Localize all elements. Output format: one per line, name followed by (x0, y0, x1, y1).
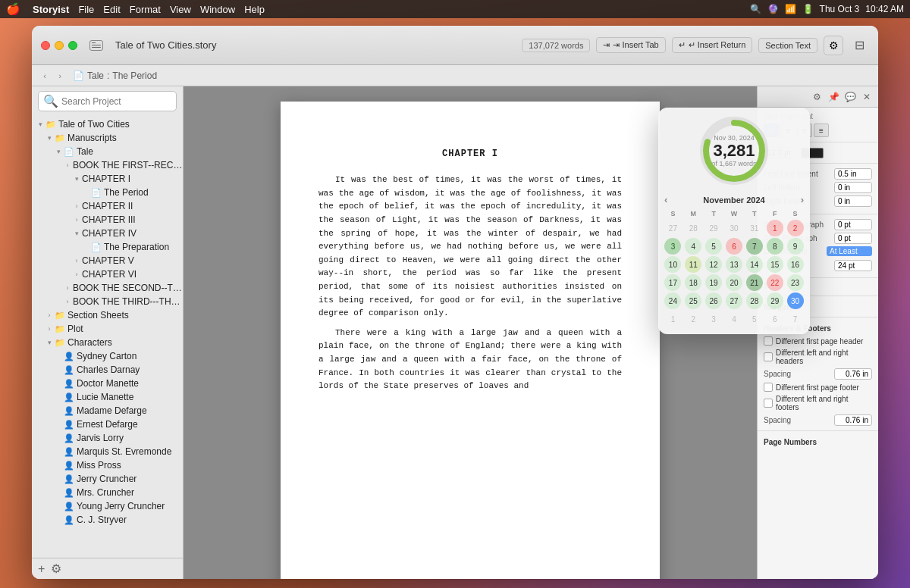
tree-item-ernest-defarge[interactable]: 👤Ernest Defarge (32, 418, 183, 431)
cal-day-cell[interactable]: 8 (767, 238, 783, 255)
diff-lr-footers-checkbox[interactable] (764, 399, 773, 408)
insert-return-button[interactable]: ↵ ↵ Insert Return (672, 37, 753, 53)
cal-next-button[interactable]: › (801, 194, 804, 205)
tree-item-the-preparation[interactable]: 📄The Preparation (32, 240, 183, 254)
cal-day-cell[interactable]: 1 (767, 220, 783, 236)
align-justify-button[interactable]: ≡ (814, 124, 829, 137)
cal-day-cell[interactable]: 22 (767, 274, 783, 291)
tree-item-the-period[interactable]: 📄The Period (32, 186, 183, 199)
cal-day-cell[interactable]: 5 (705, 238, 722, 255)
edit-menu[interactable]: Edit (103, 4, 120, 15)
cal-day-cell[interactable]: 24 (664, 292, 681, 309)
cal-day-cell[interactable]: 30 (726, 220, 742, 236)
first-line-indent-value[interactable]: 0.5 in (834, 168, 872, 180)
cal-day-cell[interactable]: 11 (685, 256, 701, 273)
diff-lr-headers-checkbox[interactable] (764, 352, 773, 361)
tree-item-book-third[interactable]: BOOK THE THIRD---THE TRAC... (32, 295, 183, 308)
format-menu[interactable]: Format (130, 4, 161, 15)
window-menu[interactable]: Window (200, 4, 235, 15)
tree-item-book-second[interactable]: BOOK THE SECOND--THE GOL... (32, 281, 183, 295)
before-paragraph-value[interactable]: 0 pt (834, 219, 872, 230)
cal-day-cell[interactable]: 18 (685, 274, 701, 291)
breadcrumb-section1[interactable]: Tale (87, 70, 104, 81)
cal-day-cell[interactable]: 9 (787, 238, 804, 255)
tree-item-section-sheets[interactable]: 📁Section Sheets (32, 308, 183, 322)
cal-day-cell[interactable]: 4 (726, 311, 742, 327)
tree-item-tale[interactable]: 📄Tale (32, 145, 183, 158)
cal-day-cell[interactable]: 23 (787, 274, 804, 291)
tree-item-miss-pross[interactable]: 👤Miss Pross (32, 458, 183, 472)
diff-first-page-footer-checkbox[interactable] (764, 383, 773, 392)
nav-forward-button[interactable]: › (53, 69, 67, 83)
line-spacing-pt-value[interactable]: 24 pt (834, 260, 872, 271)
add-item-button[interactable]: + (38, 562, 45, 576)
tree-item-characters[interactable]: 📁Characters (32, 336, 183, 349)
tree-item-chapter-1[interactable]: CHAPTER I (32, 172, 183, 186)
cal-day-cell[interactable]: 12 (705, 256, 722, 273)
tree-item-chapter-2[interactable]: CHAPTER II (32, 199, 183, 213)
cal-day-cell[interactable]: 27 (726, 292, 742, 309)
breadcrumb-section2[interactable]: The Period (112, 70, 157, 81)
layout-toggle-button[interactable]: ⊟ (849, 36, 869, 55)
tree-item-jerry-cruncher[interactable]: 👤Jerry Cruncher (32, 472, 183, 486)
cal-day-cell[interactable]: 3 (705, 311, 722, 327)
tree-item-chapter-6[interactable]: CHAPTER VI (32, 267, 183, 281)
cal-day-cell[interactable]: 27 (664, 220, 681, 236)
tree-item-charles-darnay[interactable]: 👤Charles Darnay (32, 363, 183, 377)
tree-item-plot[interactable]: 📁Plot (32, 322, 183, 336)
left-indent-value[interactable]: 0 in (834, 182, 872, 193)
diff-first-page-header-checkbox[interactable] (764, 336, 773, 346)
cal-day-cell[interactable]: 17 (664, 274, 681, 291)
panel-close-icon[interactable]: ✕ (860, 90, 874, 104)
cal-day-cell[interactable]: 26 (705, 292, 722, 309)
section-text-button[interactable]: Section Text (758, 38, 817, 53)
cal-day-cell[interactable]: 16 (787, 256, 804, 273)
insert-tab-button[interactable]: ⇥ ⇥ Insert Tab (596, 37, 665, 53)
cal-day-cell[interactable]: 7 (746, 238, 763, 255)
tree-item-chapter-5[interactable]: CHAPTER V (32, 254, 183, 267)
cal-day-cell[interactable]: 20 (726, 274, 742, 291)
cal-day-cell[interactable]: 10 (664, 256, 681, 273)
sidebar-toggle-button[interactable] (89, 40, 103, 51)
right-indent-value[interactable]: 0 in (834, 195, 872, 207)
tree-item-manuscripts[interactable]: 📁Manuscripts (32, 131, 183, 145)
apple-menu[interactable]: 🍎 (6, 2, 20, 16)
cal-day-cell[interactable]: 13 (726, 256, 742, 273)
cal-day-cell[interactable]: 14 (746, 256, 763, 273)
cal-day-cell[interactable]: 1 (664, 311, 681, 327)
cal-day-cell[interactable]: 30 (787, 292, 804, 309)
cal-day-cell[interactable]: 7 (787, 311, 804, 327)
tree-item-book-first[interactable]: BOOK THE FIRST--RECALLED... (32, 158, 183, 172)
view-menu[interactable]: View (170, 4, 191, 15)
minimize-button[interactable] (55, 41, 64, 50)
tree-item-chapter-3[interactable]: CHAPTER III (32, 213, 183, 227)
cal-day-cell[interactable]: 29 (767, 292, 783, 309)
cal-day-cell[interactable]: 29 (705, 220, 722, 236)
nav-back-button[interactable]: ‹ (38, 69, 52, 83)
cal-day-cell[interactable]: 31 (746, 220, 763, 236)
cal-day-cell[interactable]: 21 (746, 274, 763, 291)
cal-day-cell[interactable]: 5 (746, 311, 763, 327)
cal-day-cell[interactable]: 2 (787, 220, 804, 236)
file-menu[interactable]: File (78, 4, 94, 15)
cal-day-cell[interactable]: 25 (685, 292, 701, 309)
cal-day-cell[interactable]: 3 (664, 238, 681, 255)
cal-day-cell[interactable]: 28 (746, 292, 763, 309)
line-spacing-dropdown[interactable]: At Least (827, 246, 872, 256)
cal-day-cell[interactable]: 4 (685, 238, 701, 255)
tree-item-doctor-manette[interactable]: 👤Doctor Manette (32, 377, 183, 390)
settings-icon[interactable]: ⚙ (51, 561, 61, 576)
siri-icon[interactable]: 🔮 (767, 4, 779, 14)
close-button[interactable] (41, 41, 50, 50)
cal-prev-button[interactable]: ‹ (664, 194, 667, 205)
gear-button[interactable]: ⚙ (824, 36, 843, 55)
cal-day-cell[interactable]: 19 (705, 274, 722, 291)
cal-day-cell[interactable]: 28 (685, 220, 701, 236)
after-paragraph-value[interactable]: 0 pt (834, 233, 872, 244)
cal-day-cell[interactable]: 2 (685, 311, 701, 327)
tree-item-tale-of-two-cities[interactable]: 📁Tale of Two Cities (32, 117, 183, 131)
panel-settings-icon[interactable]: ⚙ (810, 90, 824, 104)
sidebar-search-input[interactable] (61, 96, 171, 107)
panel-comment-icon[interactable]: 💬 (843, 90, 857, 104)
spacing-footer-value[interactable]: 0.76 in (834, 414, 872, 426)
